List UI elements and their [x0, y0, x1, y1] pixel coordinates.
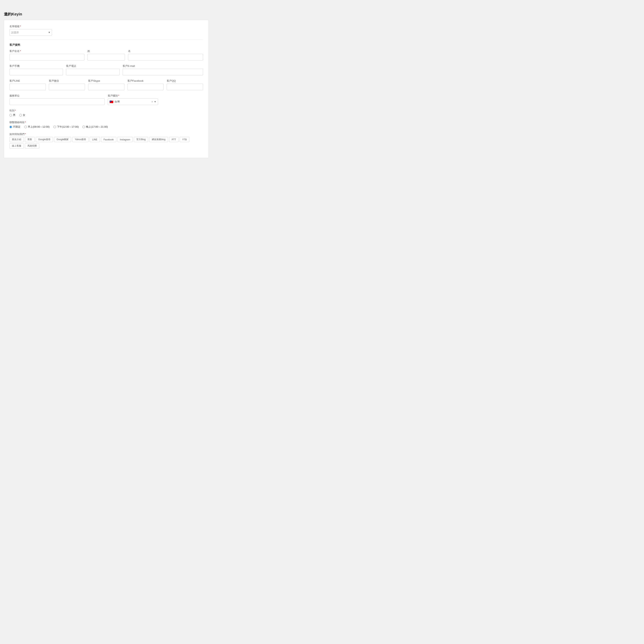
phone-input[interactable]	[66, 69, 120, 75]
last-name-input[interactable]	[87, 54, 125, 60]
source-tag-PTT[interactable]: PTT	[169, 137, 179, 142]
first-name-group: 名	[128, 49, 203, 60]
nationality-label: 客戶國別*	[108, 94, 203, 98]
line-input[interactable]	[9, 84, 46, 90]
nationality-group: 客戶國別* 🇹🇼 台灣 ✕ ▼	[108, 94, 203, 105]
gender-male-radio[interactable]	[9, 114, 12, 116]
source-tag-線上客服[interactable]: 線上客服	[9, 143, 24, 148]
source-tag-網友推薦blog[interactable]: 網友推薦blog	[149, 137, 168, 142]
full-name-input[interactable]	[9, 54, 84, 60]
contact-evening-option[interactable]: 晚上(17:00～21:00)	[82, 125, 108, 129]
source-tag-Facebook[interactable]: Facebook	[101, 137, 116, 142]
qq-input[interactable]	[167, 84, 203, 90]
event-select-wrapper: 請選擇 ▼	[9, 29, 52, 36]
full-name-group: 客戶全名*	[9, 49, 84, 60]
contact-time-label: 聯繫聯絡時段*	[9, 121, 203, 124]
line-label: 客戶LINE	[9, 79, 46, 83]
contact-anytime-radio[interactable]	[9, 126, 12, 128]
name-row: 客戶全名* 姓 名	[9, 49, 203, 60]
last-name-label: 姓	[87, 49, 125, 53]
event-select[interactable]: 請選擇	[9, 29, 52, 36]
wechat-group: 客戶微信	[49, 79, 85, 90]
facebook-label: 客戶Facebook	[127, 79, 164, 83]
wechat-label: 客戶微信	[49, 79, 85, 83]
source-tag-官方Blog[interactable]: 官方Blog	[134, 137, 148, 142]
phone-label: 客戶電話	[66, 64, 120, 68]
email-group: 客戶E-mail	[123, 64, 203, 75]
mobile-label: 客戶手機	[9, 64, 63, 68]
contact-time-radio-group: 不限定 早上(09:00～12:00) 下午(12:00～17:00) 晚上(1…	[9, 125, 203, 129]
source-label: 如何得知我們*	[9, 132, 203, 136]
gender-male-option[interactable]: 男	[9, 113, 15, 117]
contact-afternoon-option[interactable]: 下午(12:00～17:00)	[53, 125, 79, 129]
skype-input[interactable]	[88, 84, 124, 90]
source-tag-馬路招攬[interactable]: 馬路招攬	[25, 143, 39, 148]
source-group: 如何得知我們* 親友介紹舊客Google搜尋Google關家Yahoo搜尋LIN…	[9, 132, 203, 148]
source-tag-Yahoo搜尋[interactable]: Yahoo搜尋	[72, 137, 88, 142]
facebook-input[interactable]	[127, 84, 164, 90]
contact-evening-radio[interactable]	[82, 126, 85, 128]
facebook-group: 客戶Facebook	[127, 79, 164, 90]
gender-female-radio[interactable]	[19, 114, 22, 116]
skype-group: 客戶Skype	[88, 79, 124, 90]
social-row: 客戶LINE 客戶微信 客戶Skype 客戶Facebook 客戶QQ	[9, 79, 203, 90]
source-tag-LINE[interactable]: LINE	[90, 137, 100, 142]
first-name-label: 名	[128, 49, 203, 53]
contact-row: 客戶手機 客戶電話 客戶E-mail	[9, 64, 203, 75]
source-tag-YTB[interactable]: YTB	[180, 137, 189, 142]
gender-label: 性別*	[9, 109, 203, 112]
contact-morning-option[interactable]: 早上(09:00～12:00)	[24, 125, 50, 129]
qq-label: 客戶QQ	[167, 79, 203, 83]
contact-anytime-option[interactable]: 不限定	[9, 125, 20, 129]
email-label: 客戶E-mail	[123, 64, 203, 68]
contact-time-group: 聯繫聯絡時段* 不限定 早上(09:00～12:00) 下午(12:00～17:…	[9, 121, 203, 129]
mobile-input[interactable]	[9, 69, 63, 75]
clear-nationality-icon[interactable]: ✕	[151, 100, 153, 103]
source-tag-舊客[interactable]: 舊客	[25, 137, 35, 142]
company-input[interactable]	[9, 98, 105, 105]
company-label: 服務單位	[9, 94, 105, 98]
nationality-value: 台灣	[114, 100, 151, 104]
qq-group: 客戶QQ	[167, 79, 203, 90]
gender-group: 性別* 男 女	[9, 109, 203, 117]
customer-section-title: 客戶資料	[9, 43, 203, 47]
form-card: 名單檔複* 請選擇 ▼ 客戶資料 客戶全名* 姓	[4, 20, 209, 158]
email-input[interactable]	[123, 69, 203, 75]
contact-afternoon-radio[interactable]	[53, 126, 56, 128]
taiwan-flag-icon: 🇹🇼	[109, 100, 113, 104]
source-tag-list: 親友介紹舊客Google搜尋Google關家Yahoo搜尋LINEFaceboo…	[9, 137, 203, 148]
source-tag-親友介紹[interactable]: 親友介紹	[9, 137, 24, 142]
skype-label: 客戶Skype	[88, 79, 124, 83]
page-title: 邀約Keyin	[4, 12, 640, 17]
company-group: 服務單位	[9, 94, 105, 105]
event-section: 名單檔複* 請選擇 ▼	[9, 25, 203, 36]
nationality-select-wrapper[interactable]: 🇹🇼 台灣 ✕ ▼	[108, 98, 158, 105]
source-tag-Google關家[interactable]: Google關家	[54, 137, 71, 142]
line-group: 客戶LINE	[9, 79, 46, 90]
event-label: 名單檔複*	[9, 25, 203, 28]
first-name-input[interactable]	[128, 54, 203, 60]
gender-radio-group: 男 女	[9, 113, 203, 117]
company-nationality-row: 服務單位 客戶國別* 🇹🇼 台灣 ✕ ▼	[9, 94, 203, 105]
source-tag-Instagram[interactable]: Instagram	[117, 137, 133, 142]
mobile-group: 客戶手機	[9, 64, 63, 75]
contact-morning-radio[interactable]	[24, 126, 27, 128]
full-name-label: 客戶全名*	[9, 49, 84, 53]
gender-female-option[interactable]: 女	[19, 113, 25, 117]
wechat-input[interactable]	[49, 84, 85, 90]
phone-group: 客戶電話	[66, 64, 120, 75]
source-tag-Google搜尋[interactable]: Google搜尋	[36, 137, 53, 142]
nationality-dropdown-icon[interactable]: ▼	[154, 100, 156, 103]
last-name-group: 姓	[87, 49, 125, 60]
